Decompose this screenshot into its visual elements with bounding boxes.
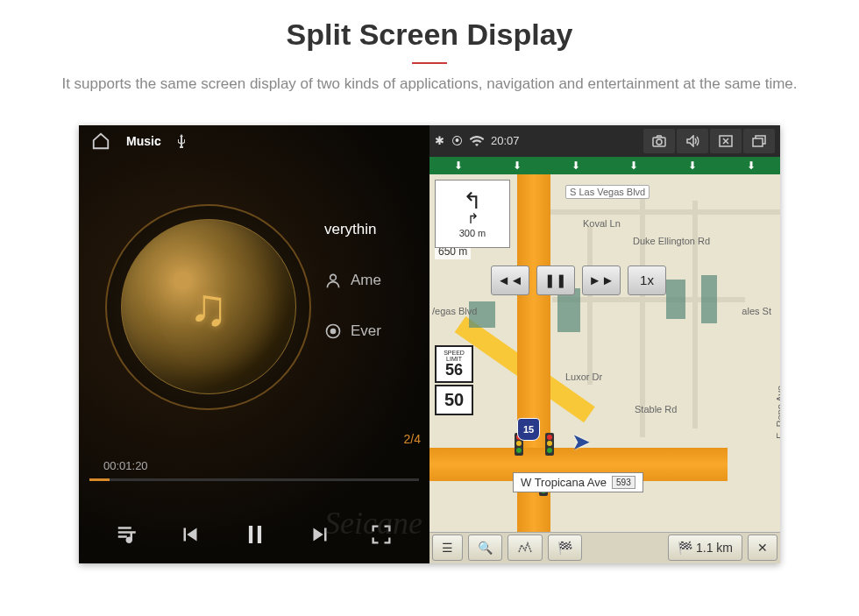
download-icon: ⬇ — [629, 159, 638, 172]
speed-limit-label: SPEED LIMIT — [437, 350, 472, 362]
download-icon: ⬇ — [571, 159, 580, 172]
music-panel: Music ♫ verythin Ame Ever 2/4 00:01:2 — [79, 125, 430, 563]
nav-route-button[interactable] — [508, 535, 543, 561]
page-title: Split Screen Display — [35, 18, 824, 52]
road-label: S Las Vegas Blvd — [565, 185, 650, 199]
home-icon[interactable] — [91, 131, 110, 151]
download-icon: ⬇ — [513, 159, 522, 172]
nav-search-button[interactable]: 🔍 — [468, 535, 502, 561]
music-app-label: Music — [126, 134, 161, 148]
nav-close-button[interactable]: ✕ — [748, 535, 777, 561]
music-controls — [79, 520, 430, 549]
current-street-box: W Tropicana Ave 593 — [513, 472, 643, 492]
nav-bottom-bar: ☰ 🔍 🏁 🏁 1.1 km ✕ — [430, 532, 780, 563]
media-prev-button[interactable]: ◄◄ — [491, 266, 529, 295]
track-list: verythin Ame Ever — [324, 204, 430, 357]
building — [666, 280, 685, 319]
page-subtitle: It supports the same screen display of t… — [35, 73, 824, 96]
current-street-label: W Tropicana Ave — [521, 476, 607, 489]
screenshot-button[interactable] — [643, 129, 675, 153]
wifi-icon — [470, 136, 484, 146]
turn-straight-icon: ↱ — [467, 212, 479, 226]
usb-icon — [177, 134, 186, 148]
road-label: Luxor Dr — [565, 372, 602, 382]
next-track-icon[interactable] — [307, 521, 333, 548]
bluetooth-icon: ✱ — [435, 134, 444, 147]
current-street-number: 593 — [612, 476, 635, 489]
playlist-icon[interactable] — [115, 521, 141, 548]
turn-left-icon: ↰ — [463, 189, 482, 212]
prev-track-icon[interactable] — [177, 521, 203, 548]
svg-point-0 — [330, 274, 337, 280]
target-icon — [324, 322, 342, 340]
building — [701, 275, 717, 323]
speed-limit-value: 56 — [437, 362, 472, 379]
nav-menu-button[interactable]: ☰ — [432, 535, 463, 561]
music-status-bar: Music — [79, 125, 430, 157]
speed-limit-sign: SPEED LIMIT 56 — [435, 345, 473, 384]
download-bar: ⬇ ⬇ ⬇ ⬇ ⬇ ⬇ — [430, 157, 780, 174]
highway-shield: 15 — [517, 418, 540, 441]
track-row-current[interactable]: verythin — [324, 204, 430, 255]
nav-distance-button[interactable]: 🏁 1.1 km — [668, 535, 742, 561]
album-disc-inner: ♫ — [121, 219, 296, 394]
svg-rect-6 — [753, 138, 763, 146]
album-disc: ♫ — [105, 204, 311, 410]
nav-status-bar: ✱ ⦿ 20:07 — [430, 125, 780, 157]
fullscreen-icon[interactable] — [369, 522, 394, 547]
media-speed-button[interactable]: 1x — [628, 266, 666, 295]
svg-point-2 — [331, 329, 336, 333]
page-header: Split Screen Display It supports the sam… — [0, 0, 859, 104]
download-icon: ⬇ — [747, 159, 756, 172]
track-title: verythin — [324, 221, 377, 238]
nav-remaining-distance: 1.1 km — [696, 541, 733, 555]
turn-instruction: ↰ ↱ 300 m — [435, 180, 510, 248]
road-label: Duke Ellington Rd — [633, 236, 710, 246]
svg-point-4 — [657, 139, 662, 145]
person-icon — [324, 272, 342, 289]
progress-fill — [89, 478, 110, 481]
status-indicators: ✱ ⦿ 20:07 — [435, 134, 520, 147]
track-title: Ever — [351, 322, 381, 340]
road-label: E. Reno Ave — [775, 386, 780, 439]
time-elapsed: 00:01:20 — [103, 459, 148, 472]
road-minor — [517, 209, 780, 215]
nav-dest-button[interactable]: 🏁 — [548, 535, 582, 561]
road-label: ales St — [742, 306, 771, 316]
traffic-light-icon — [545, 433, 554, 456]
turn-distance: 300 m — [459, 228, 486, 238]
road-label: Stable Rd — [635, 404, 677, 414]
status-time: 20:07 — [491, 134, 520, 147]
music-note-icon: ♫ — [188, 277, 228, 337]
pause-icon[interactable] — [240, 520, 270, 549]
volume-button[interactable] — [677, 129, 708, 153]
current-speed: 50 — [435, 385, 473, 415]
progress-bar[interactable] — [89, 478, 419, 481]
system-buttons — [643, 129, 775, 153]
map-media-controls: ◄◄ ❚❚ ►► 1x — [491, 266, 666, 295]
road-label: Koval Ln — [583, 218, 621, 229]
track-row[interactable]: Ever — [324, 306, 430, 357]
download-icon: ⬇ — [454, 159, 463, 172]
recents-button[interactable] — [743, 129, 775, 153]
track-counter: 2/4 — [404, 432, 421, 446]
location-icon: ⦿ — [451, 134, 463, 147]
track-title: Ame — [351, 272, 381, 289]
media-pause-button[interactable]: ❚❚ — [536, 266, 575, 295]
download-icon: ⬇ — [688, 159, 697, 172]
road-label: /egas Blvd — [432, 306, 477, 316]
road-minor — [692, 201, 698, 428]
device-screen: Music ♫ verythin Ame Ever 2/4 00:01:2 — [79, 125, 780, 563]
track-row[interactable]: Ame — [324, 255, 430, 306]
road-minor — [640, 192, 645, 437]
time-row: 00:01:20 — [103, 459, 421, 472]
close-app-button[interactable] — [710, 129, 742, 153]
gps-arrow-icon: ➤ — [571, 428, 591, 456]
road-minor — [587, 227, 593, 385]
title-divider — [412, 62, 447, 64]
media-next-button[interactable]: ►► — [582, 266, 621, 295]
navigation-panel: ✱ ⦿ 20:07 ⬇ ⬇ ⬇ ⬇ ⬇ ⬇ — [430, 125, 780, 563]
